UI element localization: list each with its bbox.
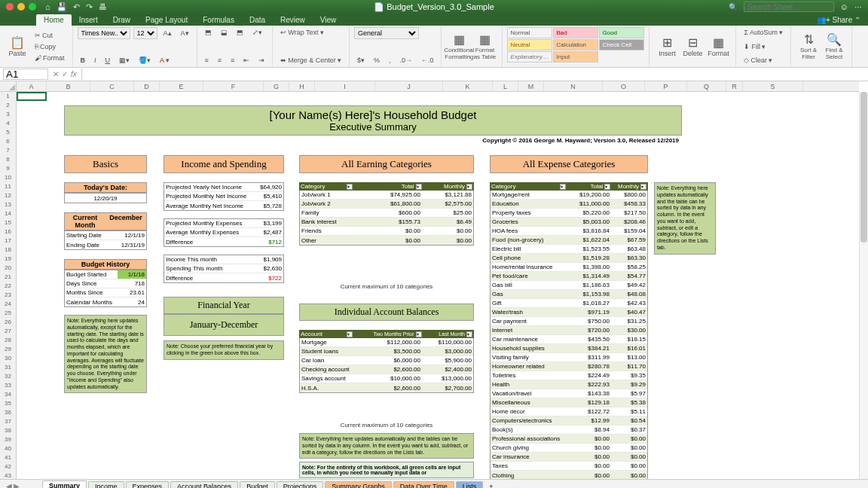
feedback-icon[interactable]: ☺ [840,2,848,11]
save-icon[interactable]: 💾 [57,2,67,12]
minimize-icon[interactable] [17,3,25,11]
increase-decimal-icon[interactable]: .0→ [396,55,415,66]
autosum-button[interactable]: Σ AutoSum ▾ [741,27,786,38]
tab-data[interactable]: Data [242,14,273,26]
tab-home[interactable]: Home [36,14,72,26]
redo-icon[interactable]: ↷ [86,2,93,12]
underline-button[interactable]: U [102,55,114,66]
cell-styles-gallery[interactable]: Normal Bad Good Neutral Calculation Chec… [507,27,644,63]
earning-table-header[interactable]: Category▾ Total▾ Monthly▾ [299,182,474,191]
wrap-text-button[interactable]: ↩ Wrap Text ▾ [277,27,344,38]
financial-year-select[interactable]: January-December [164,314,284,336]
scrollbar-thumb[interactable] [860,92,867,242]
formula-input[interactable] [81,69,868,80]
name-box[interactable] [3,69,48,80]
filter-icon[interactable]: ▾ [640,184,646,190]
format-cells-button[interactable]: ▦Format [705,27,731,66]
budget-started-input[interactable]: 1/1/18 [118,270,146,279]
border-button[interactable]: ▦▾ [116,55,133,66]
percent-icon[interactable]: % [371,55,383,66]
cancel-icon[interactable]: ✕ [53,70,59,78]
format-as-table-button[interactable]: ▦Format as Table [472,27,497,66]
insert-cells-button[interactable]: ⊞Insert [654,27,680,66]
merge-center-button[interactable]: ⬌ Merge & Center ▾ [277,55,344,66]
style-check-cell[interactable]: Check Cell [599,39,644,50]
sort-filter-button[interactable]: ⇅Sort & Filter [796,27,821,66]
tab-formulas[interactable]: Formulas [195,14,242,26]
worksheet[interactable]: [Your Name(s) Here]'s Household Budget E… [17,92,859,479]
filter-icon[interactable]: ▾ [466,331,472,337]
tab-insert[interactable]: Insert [72,14,105,26]
sheet-tab-projections[interactable]: Projections [277,481,324,488]
accounts-table-header[interactable]: Account▾ Two Months Prior▾ Last Month▾ [299,330,474,338]
copy-button[interactable]: ⎘ Copy [32,41,68,52]
fill-button[interactable]: ⬇ Fill ▾ [741,41,786,52]
column-headers[interactable]: ABCDEFGHIJKLMNOPQRS [17,81,859,92]
sheet-tab-account-balances[interactable]: Account Balances [170,481,238,488]
bold-button[interactable]: B [78,55,89,66]
row-headers[interactable]: 1234567891011121314151617181920212223242… [0,92,17,479]
style-calculation[interactable]: Calculation [553,39,598,50]
home-icon[interactable]: ⌂ [45,2,50,12]
conditional-formatting-button[interactable]: ▦Conditional Formatting [446,27,472,66]
increase-font-icon[interactable]: A▴ [160,28,175,38]
decrease-indent-icon[interactable]: ⇤ [240,55,252,66]
undo-icon[interactable]: ↶ [73,2,80,12]
sheet-tab-data-over-time[interactable]: Data Over Time [393,481,454,488]
align-top-icon[interactable]: ⬒ [202,27,215,38]
filter-icon[interactable]: ▾ [347,184,353,190]
sheet-tab-income[interactable]: Income [88,481,124,488]
sheet-tab-expenses[interactable]: Expenses [126,481,170,488]
select-all-corner[interactable] [0,81,17,92]
decrease-decimal-icon[interactable]: ←.0 [418,55,437,66]
tab-page-layout[interactable]: Page Layout [138,14,195,26]
enter-icon[interactable]: ✓ [62,70,68,78]
style-bad[interactable]: Bad [553,27,598,38]
sheet-nav[interactable]: ◀▶ [6,482,20,488]
add-sheet-button[interactable]: + [484,483,497,489]
style-explanatory[interactable]: Explanatory ... [507,51,552,63]
sheet-tab-lists[interactable]: Lists [456,481,484,488]
tab-draw[interactable]: Draw [105,14,138,26]
fill-color-button[interactable]: 🪣▾ [136,55,154,66]
style-input[interactable]: Input [553,51,598,63]
sheet-tab-summary[interactable]: Summary [42,480,87,488]
number-format-select[interactable]: General [354,27,419,39]
sheet-tab-summary-graphs[interactable]: Summary Graphs [325,481,392,488]
sheet-tab-budget[interactable]: Budget [240,481,275,488]
orientation-icon[interactable]: ⤢▾ [249,27,265,38]
paste-button[interactable]: 📋Paste [5,35,30,57]
align-left-icon[interactable]: ≡ [202,55,212,66]
fx-icon[interactable]: fx [71,70,77,78]
window-controls[interactable] [6,3,36,11]
align-right-icon[interactable]: ≡ [228,55,237,66]
filter-icon[interactable]: ▾ [416,331,422,337]
zoom-icon[interactable] [29,3,36,11]
search-sheet-input[interactable] [744,2,834,12]
font-size-select[interactable]: 12 [133,27,157,39]
print-icon[interactable]: 🖶 [99,2,107,12]
tab-review[interactable]: Review [273,14,313,26]
cut-button[interactable]: ✂ Cut [32,30,68,41]
comma-icon[interactable]: , [386,55,394,66]
filter-icon[interactable]: ▾ [347,331,353,337]
share-button[interactable]: 👥+ Share ⌃ [809,14,868,26]
align-bottom-icon[interactable]: ⬒ [234,27,246,38]
align-middle-icon[interactable]: ⬓ [218,27,231,38]
delete-cells-button[interactable]: ⊟Delete [680,27,705,66]
filter-icon[interactable]: ▾ [604,184,610,190]
vertical-scrollbar[interactable] [859,92,868,479]
font-family-select[interactable]: Times New... [78,27,130,39]
style-normal[interactable]: Normal [507,27,552,38]
format-painter-button[interactable]: 🖌 Format [32,53,68,63]
italic-button[interactable]: I [91,55,99,66]
clear-button[interactable]: ◇ Clear ▾ [741,55,786,66]
find-select-button[interactable]: 🔍Find & Select [821,27,847,66]
overflow-icon[interactable]: ⋯ [854,3,862,11]
align-center-icon[interactable]: ≡ [215,55,225,66]
style-neutral[interactable]: Neutral [507,39,552,50]
close-icon[interactable] [6,3,14,11]
currency-icon[interactable]: $▾ [354,55,368,66]
style-good[interactable]: Good [599,27,644,38]
filter-icon[interactable]: ▾ [560,184,566,190]
